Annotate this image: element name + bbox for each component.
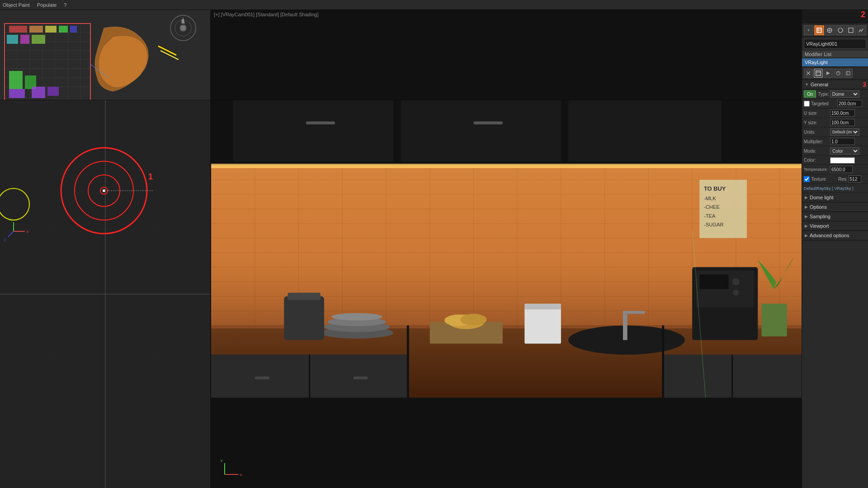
- svg-rect-24: [7, 35, 18, 44]
- svg-rect-23: [70, 26, 77, 33]
- color-swatch[interactable]: [830, 157, 855, 164]
- svg-text:Y: Y: [220, 459, 223, 463]
- res-value[interactable]: [849, 175, 861, 183]
- svg-rect-101: [623, 311, 645, 314]
- viewport-label-right: Viewport: [810, 223, 829, 229]
- temperature-value[interactable]: [830, 166, 853, 173]
- advanced-options-label: Advanced options: [810, 233, 849, 238]
- texture-name-row: DefaultRaySky ( VRaySky ): [802, 184, 868, 193]
- render-button[interactable]: [835, 25, 845, 35]
- properties-area: ▼ General 3 On Type: Dome Sphere Mesh Ta…: [802, 80, 868, 240]
- svg-rect-151: [816, 71, 821, 75]
- svg-rect-42: [181, 26, 185, 30]
- svg-rect-112: [524, 307, 561, 344]
- top-left-viewport[interactable]: N: [0, 10, 210, 100]
- menu-object-paint[interactable]: Object Paint: [3, 2, 30, 8]
- svg-rect-19: [9, 26, 27, 33]
- options-arrow: ▶: [805, 205, 808, 209]
- svg-text:Y: Y: [10, 218, 13, 222]
- add-button[interactable]: +: [804, 25, 813, 35]
- modifier-vraylight[interactable]: VRayLight: [802, 58, 868, 67]
- u-size-row: U size:: [802, 108, 868, 118]
- svg-rect-28: [9, 71, 23, 89]
- texture-checkbox[interactable]: [804, 176, 810, 182]
- general-arrow: ▼: [805, 82, 809, 87]
- type-select[interactable]: Dome Sphere Mesh: [830, 90, 859, 98]
- svg-text:Z: Z: [4, 238, 6, 242]
- svg-rect-32: [47, 87, 59, 96]
- units-select[interactable]: Default (image) Luminous power: [830, 128, 859, 136]
- modifier-list-label: Modifier List: [802, 51, 868, 58]
- svg-rect-20: [29, 26, 43, 33]
- mode-label: Mode:: [804, 149, 830, 154]
- sphere-button[interactable]: [846, 25, 855, 35]
- dome-light-section-header[interactable]: ▶ Dome light: [802, 193, 868, 202]
- svg-rect-68: [568, 100, 722, 162]
- pin-button[interactable]: [804, 69, 813, 78]
- svg-rect-21: [45, 26, 57, 33]
- y-size-value[interactable]: [830, 119, 855, 126]
- mode-row: Mode: Color Temperature: [802, 146, 868, 156]
- targeted-value[interactable]: [837, 100, 862, 107]
- edit-button[interactable]: [814, 25, 824, 35]
- on-button[interactable]: On: [804, 90, 816, 98]
- u-size-label: U size:: [804, 111, 830, 116]
- svg-rect-31: [32, 87, 45, 98]
- general-label: General: [811, 82, 828, 87]
- advanced-options-section-header[interactable]: ▶ Advanced options: [802, 231, 868, 240]
- render-sub-button[interactable]: [824, 69, 833, 78]
- general-section-header[interactable]: ▼ General 3: [802, 80, 868, 89]
- targeted-label: Targeted: [811, 101, 837, 106]
- viewport-section-header[interactable]: ▶ Viewport: [802, 221, 868, 231]
- svg-point-105: [331, 313, 382, 320]
- temperature-label: Temperature:: [804, 167, 830, 172]
- utility-button[interactable]: [844, 69, 853, 78]
- mode-select[interactable]: Color Temperature: [830, 147, 859, 155]
- bottom-center-viewport[interactable]: X Y: [211, 398, 802, 488]
- svg-rect-148: [849, 28, 853, 33]
- svg-rect-96: [211, 164, 802, 168]
- svg-text:-CHEE: -CHEE: [704, 204, 720, 210]
- main-layout: N: [0, 10, 868, 488]
- dome-light-label: Dome light: [810, 195, 834, 200]
- light-name-input[interactable]: [804, 39, 866, 49]
- graph-button[interactable]: [857, 25, 866, 35]
- svg-rect-129: [255, 376, 269, 379]
- top-center-viewport[interactable]: [+] [VRayCam001] [Standard] [Default Sha…: [211, 10, 802, 100]
- track-button[interactable]: [825, 25, 835, 35]
- dome-light-arrow: ▶: [805, 195, 808, 200]
- motion-button[interactable]: [834, 69, 843, 78]
- u-size-value[interactable]: [830, 109, 855, 117]
- viewport-label: [+] [VRayCam001] [Standard] [Default Sha…: [214, 12, 318, 17]
- svg-point-111: [460, 314, 486, 325]
- right-panel: 2 +: [802, 10, 868, 488]
- multiplier-label: Multiplier:: [804, 139, 830, 144]
- svg-rect-107: [288, 293, 321, 300]
- svg-rect-140: [817, 28, 821, 33]
- temperature-row: Temperature:: [802, 165, 868, 174]
- badge-2: 2: [861, 10, 865, 19]
- multiplier-row: Multiplier:: [802, 137, 868, 146]
- sampling-section-header[interactable]: ▶ Sampling: [802, 212, 868, 221]
- targeted-checkbox[interactable]: [804, 101, 810, 107]
- targeted-row: Targeted: [802, 99, 868, 108]
- options-section-header[interactable]: ▶ Options: [802, 202, 868, 212]
- bottom-left-viewport[interactable]: 1 X Y Z: [0, 100, 210, 488]
- svg-line-62: [8, 231, 14, 237]
- svg-marker-153: [826, 71, 830, 75]
- texture-row: Texture Res:: [802, 174, 868, 184]
- menu-populate[interactable]: Populate: [37, 2, 57, 8]
- menu-help[interactable]: ?: [64, 2, 66, 8]
- color-row: Color:: [802, 156, 868, 165]
- svg-rect-100: [623, 311, 627, 340]
- main-render-viewport[interactable]: TO BUY -MLK -CHEE -TEA -SUGAR: [211, 100, 802, 398]
- multiplier-value[interactable]: [830, 138, 855, 145]
- texture-name[interactable]: DefaultRaySky ( VRaySky ): [804, 186, 854, 191]
- sub-toolbar: [802, 67, 868, 80]
- panel-button[interactable]: [814, 69, 823, 78]
- svg-text:1: 1: [148, 172, 153, 181]
- svg-rect-156: [846, 71, 850, 75]
- svg-text:-SUGAR: -SUGAR: [704, 222, 724, 227]
- svg-text:-MLK: -MLK: [704, 196, 716, 201]
- svg-text:X: X: [26, 230, 29, 234]
